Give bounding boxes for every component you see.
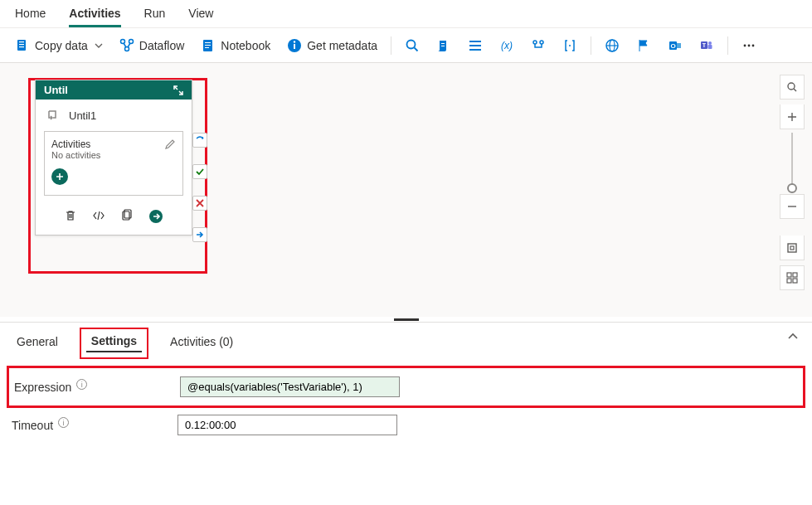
svg-rect-2 bbox=[19, 44, 24, 45]
toolbar-separator-2 bbox=[591, 36, 591, 55]
bracket-icon bbox=[562, 38, 577, 53]
notebook-button[interactable]: Notebook bbox=[194, 35, 277, 56]
svg-rect-9 bbox=[205, 45, 211, 46]
svg-rect-3 bbox=[19, 46, 24, 47]
tab-activities[interactable]: Activities (0) bbox=[165, 332, 238, 355]
list-tool-button[interactable] bbox=[461, 35, 489, 56]
fit-to-screen-button[interactable] bbox=[780, 236, 805, 260]
handle-skip[interactable] bbox=[192, 227, 207, 242]
get-metadata-button[interactable]: Get metadata bbox=[280, 35, 384, 56]
variable-tool-button[interactable]: (x) bbox=[493, 35, 521, 56]
plus-icon bbox=[56, 172, 64, 181]
svg-rect-12 bbox=[294, 44, 295, 49]
svg-rect-34 bbox=[708, 45, 712, 49]
node-header[interactable]: Until bbox=[36, 80, 192, 100]
info-icon[interactable]: i bbox=[76, 379, 87, 390]
pencil-icon[interactable] bbox=[164, 138, 176, 150]
tab-settings[interactable]: Settings bbox=[86, 331, 142, 352]
zoom-slider[interactable] bbox=[791, 133, 793, 191]
code-view-button[interactable] bbox=[92, 209, 105, 226]
teams-icon: T bbox=[699, 38, 714, 53]
copy-data-icon bbox=[15, 38, 30, 53]
ellipsis-icon bbox=[741, 38, 756, 53]
zoom-in-button[interactable] bbox=[780, 104, 805, 129]
svg-rect-45 bbox=[787, 273, 791, 277]
svg-point-37 bbox=[752, 44, 755, 46]
svg-rect-17 bbox=[441, 46, 445, 46]
trash-icon bbox=[64, 209, 77, 222]
until-activity-node[interactable]: Until Until1 Activities No activities bbox=[35, 80, 192, 236]
outlook-tool-button[interactable]: O bbox=[661, 35, 689, 56]
dataflow-label: Dataflow bbox=[139, 39, 184, 52]
list-icon bbox=[468, 38, 483, 53]
expression-row-highlight: Expression i bbox=[7, 366, 805, 408]
svg-line-42 bbox=[794, 89, 796, 91]
svg-rect-48 bbox=[793, 279, 797, 283]
svg-rect-30 bbox=[677, 43, 681, 48]
copy-node-button[interactable] bbox=[120, 209, 134, 226]
bracket-tool-button[interactable] bbox=[556, 35, 584, 56]
expression-input[interactable] bbox=[180, 376, 400, 397]
run-icon bbox=[148, 209, 163, 224]
flag-tool-button[interactable] bbox=[630, 35, 658, 56]
svg-rect-19 bbox=[469, 45, 481, 46]
top-menu: Home Activities Run View bbox=[0, 0, 812, 28]
run-node-button[interactable] bbox=[148, 209, 163, 226]
svg-text:(x): (x) bbox=[501, 40, 513, 51]
zoom-out-button[interactable] bbox=[780, 194, 805, 219]
timeout-input[interactable] bbox=[177, 415, 397, 435]
search-icon bbox=[405, 38, 420, 53]
node-footer bbox=[36, 204, 192, 235]
svg-rect-46 bbox=[793, 273, 797, 277]
pipeline-canvas[interactable]: Until Until1 Activities No activities bbox=[0, 63, 812, 317]
dataflow-icon bbox=[119, 38, 134, 53]
tab-general[interactable]: General bbox=[12, 332, 63, 355]
loop-icon bbox=[46, 108, 61, 123]
dataflow-button[interactable]: Dataflow bbox=[113, 35, 191, 56]
get-metadata-label: Get metadata bbox=[307, 39, 377, 52]
web-tool-button[interactable] bbox=[598, 35, 626, 56]
menu-run[interactable]: Run bbox=[144, 7, 166, 27]
menu-view[interactable]: View bbox=[188, 7, 213, 27]
script-tool-button[interactable] bbox=[430, 35, 458, 56]
notebook-label: Notebook bbox=[221, 39, 270, 52]
copy-data-label: Copy data bbox=[35, 39, 88, 52]
collapse-panel-button[interactable] bbox=[787, 331, 799, 345]
node-name-row: Until1 bbox=[36, 100, 192, 131]
activities-toolbar: Copy data Dataflow Notebook Get metadata… bbox=[0, 28, 812, 63]
copy-data-button[interactable]: Copy data bbox=[8, 35, 109, 56]
handle-success[interactable] bbox=[192, 164, 207, 179]
svg-rect-44 bbox=[790, 246, 794, 250]
handle-fail[interactable] bbox=[192, 196, 207, 211]
svg-point-6 bbox=[124, 46, 129, 51]
code-icon bbox=[92, 209, 105, 222]
properties-tabs: General Settings Activities (0) bbox=[0, 322, 812, 359]
notebook-icon bbox=[201, 38, 216, 53]
delete-node-button[interactable] bbox=[64, 209, 77, 226]
chevron-up-icon bbox=[787, 331, 799, 342]
expand-icon[interactable] bbox=[173, 85, 183, 95]
svg-rect-8 bbox=[205, 42, 211, 43]
minimap-button[interactable] bbox=[780, 265, 805, 290]
outlook-icon: O bbox=[668, 38, 683, 53]
search-tool-button[interactable] bbox=[398, 35, 426, 56]
menu-activities[interactable]: Activities bbox=[69, 7, 120, 27]
canvas-search-button[interactable] bbox=[780, 75, 805, 100]
plus-icon bbox=[787, 112, 797, 122]
toolbar-separator bbox=[391, 36, 391, 55]
teams-tool-button[interactable]: T bbox=[693, 35, 721, 56]
add-activity-button[interactable] bbox=[51, 168, 68, 185]
toolbar-separator-3 bbox=[727, 36, 728, 55]
info-icon[interactable]: i bbox=[58, 417, 69, 428]
zoom-thumb[interactable] bbox=[787, 183, 797, 193]
handle-success-top[interactable] bbox=[192, 133, 207, 148]
fit-icon bbox=[786, 242, 798, 254]
timeout-row: Timeout i bbox=[12, 415, 800, 435]
connector-tool-button[interactable] bbox=[524, 35, 552, 56]
minus-icon bbox=[787, 202, 797, 211]
menu-home[interactable]: Home bbox=[15, 7, 46, 27]
activities-subtitle: No activities bbox=[51, 150, 176, 160]
copy-icon bbox=[120, 209, 134, 222]
node-activities-box[interactable]: Activities No activities bbox=[44, 131, 183, 196]
more-tool-button[interactable] bbox=[735, 35, 763, 56]
